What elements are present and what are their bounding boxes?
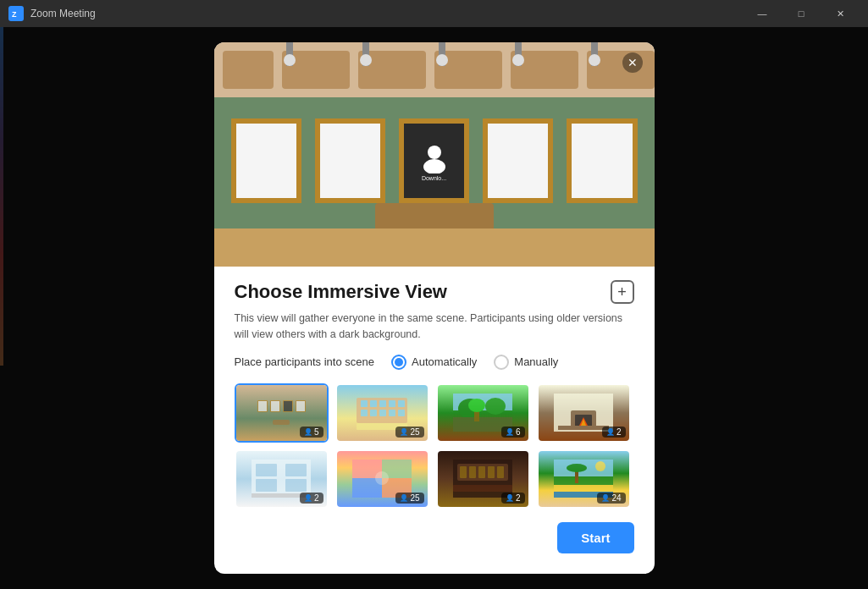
svg-rect-12 [273,420,290,425]
frame-center: Downlo... [399,118,469,203]
person-icon-gallery: 👤 [304,428,312,436]
scene-thumb-garden[interactable]: 👤 6 [436,383,530,443]
radio-auto-circle [391,355,406,370]
svg-rect-55 [497,466,504,478]
light-2 [362,42,369,66]
participant-avatar: Downlo... [418,141,451,181]
svg-text:Z: Z [12,10,17,19]
placement-row: Place participants into scene Automatica… [235,355,634,370]
beam-1 [223,51,274,89]
scene-thumb-office[interactable]: 👤 2 [235,449,329,509]
room-floor [214,228,655,267]
frame-1 [231,118,301,203]
minimize-button[interactable]: — [743,0,782,27]
svg-rect-60 [554,485,613,492]
svg-point-58 [595,461,605,471]
scene-thumb-gallery[interactable]: 👤 5 [235,383,329,443]
scene-count-gallery: 👤 5 [300,427,323,438]
close-button[interactable]: ✕ [821,0,860,27]
placement-radio-group: Automatically Manually [391,355,558,370]
svg-point-63 [567,464,587,472]
scene-thumb-beach[interactable]: 👤 24 [537,449,631,509]
svg-rect-41 [285,479,307,492]
add-scene-button[interactable]: + [611,280,634,304]
modal-title: Choose Immersive View [235,281,448,303]
window-controls: — □ ✕ [743,0,860,27]
light-5 [591,42,598,66]
svg-rect-15 [370,400,377,407]
svg-rect-39 [256,479,277,492]
radio-manual-circle [494,355,509,370]
radio-auto-label: Automatically [412,355,477,368]
modal-footer: Start [214,522,655,553]
svg-point-48 [375,471,389,485]
scene-thumb-fireplace[interactable]: 👤 2 [537,383,631,443]
start-button[interactable]: Start [557,522,633,553]
svg-rect-59 [554,476,613,485]
person-icon-hotel: 👤 [400,428,408,436]
svg-rect-21 [379,410,386,416]
frame-person-label: Downlo... [422,175,446,181]
svg-rect-22 [389,410,395,416]
svg-rect-38 [256,464,277,476]
svg-rect-23 [398,410,405,416]
svg-rect-52 [469,466,476,478]
svg-rect-9 [284,401,292,411]
scene-count-hotel: 👤 25 [395,427,423,438]
svg-rect-51 [460,466,467,478]
svg-rect-56 [453,485,512,492]
titlebar-left: Z Zoom Meeting [8,6,96,21]
scene-count-fireplace: 👤 2 [602,427,626,438]
modal-body: Choose Immersive View + This view will g… [214,267,655,509]
titlebar: Z Zoom Meeting — □ ✕ [0,0,868,27]
immersive-view-modal: ✕ [214,42,655,574]
svg-rect-16 [379,400,386,407]
modal-overlay: ✕ [0,27,868,589]
svg-rect-17 [389,400,395,407]
scene-count-colorful: 👤 25 [395,493,423,504]
svg-point-3 [423,159,445,173]
svg-rect-53 [478,466,485,478]
svg-rect-20 [370,410,377,416]
scene-grid: 👤 5 [235,383,634,509]
person-icon-office: 👤 [304,494,312,502]
svg-rect-7 [271,401,279,411]
modal-title-row: Choose Immersive View + [235,280,634,304]
radio-manual-label: Manually [514,355,558,368]
radio-automatically[interactable]: Automatically [391,355,477,370]
light-3 [439,42,445,66]
scene-thumb-colorful[interactable]: 👤 25 [335,449,429,509]
scene-count-bar: 👤 2 [501,493,525,504]
radio-manually[interactable]: Manually [494,355,558,370]
frame-2 [315,118,385,203]
modal-description: This view will gather everyone in the sa… [235,311,634,343]
room-bench [375,203,494,228]
svg-point-2 [428,146,441,159]
person-icon-beach: 👤 [601,494,610,502]
person-icon-garden: 👤 [506,428,514,436]
modal-close-button[interactable]: ✕ [622,52,643,73]
svg-rect-40 [285,464,307,476]
person-icon-bar: 👤 [506,494,514,502]
svg-point-30 [468,399,485,412]
scene-thumb-hotel[interactable]: 👤 25 [335,383,429,443]
placement-label: Place participants into scene [235,355,374,368]
app-title: Zoom Meeting [30,8,96,19]
svg-rect-54 [488,466,495,478]
light-4 [515,42,522,66]
svg-rect-14 [361,400,368,407]
scene-thumb-bar[interactable]: 👤 2 [436,449,530,509]
frames-container: Downlo... [231,118,638,203]
scene-preview: Downlo... [214,42,655,267]
svg-rect-5 [258,401,267,411]
svg-rect-18 [398,400,405,407]
scene-count-office: 👤 2 [300,493,323,504]
scene-count-beach: 👤 24 [597,493,625,504]
svg-rect-19 [361,410,368,416]
maximize-button[interactable]: □ [782,0,821,27]
frame-5 [567,118,637,203]
svg-rect-11 [296,401,305,411]
svg-point-27 [485,398,506,415]
zoom-logo-icon: Z [8,6,24,21]
frame-4 [483,118,553,203]
